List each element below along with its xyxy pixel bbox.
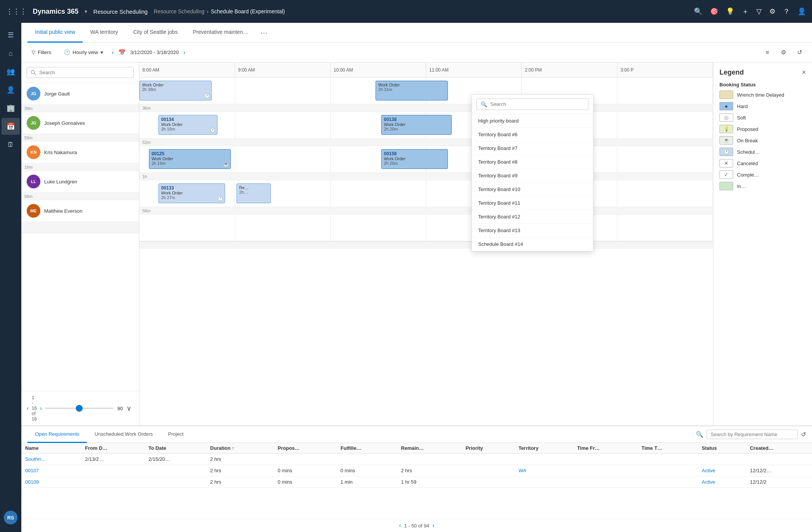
prev-page-button[interactable]: ‹ (399, 522, 401, 529)
work-block[interactable]: 00134 Work Order 2h 16m 🕐 (158, 115, 217, 135)
user-icon[interactable]: 👤 (798, 7, 806, 16)
target-icon[interactable]: 🎯 (710, 7, 718, 16)
chevron-down-icon: ▾ (101, 49, 103, 55)
prev-date-button[interactable]: ‹ (112, 49, 114, 56)
dropdown-item-territory12[interactable]: Territory Board #12 (472, 210, 593, 224)
next-page-button[interactable]: › (432, 522, 434, 529)
legend-close-button[interactable]: × (802, 68, 806, 76)
lightbulb-icon[interactable]: 💡 (726, 7, 734, 16)
resource-prev-page[interactable]: ‹ (27, 405, 29, 412)
tab-bar: Initial public view WA territory City of… (21, 23, 812, 43)
refresh-icon[interactable]: ↺ (801, 431, 806, 438)
bottom-search-input[interactable] (707, 430, 798, 439)
dropdown-item-scheduleboard14[interactable]: Schedule Board #14 (472, 237, 593, 251)
date-range-icon: 📅 (118, 49, 126, 56)
tab-open-requirements[interactable]: Open Requirements (27, 426, 87, 443)
dropdown-item-territory9[interactable]: Territory Board #9 (472, 169, 593, 183)
time-cell (617, 180, 713, 207)
waffle-icon[interactable]: ⋮⋮⋮ (6, 7, 27, 16)
filter-icon[interactable]: ▽ (756, 7, 762, 16)
work-block[interactable]: 00125 Work Order 2h 16m ☕ (149, 149, 231, 169)
req-name-link[interactable]: 00109 (25, 479, 39, 485)
work-block[interactable]: 00138 Work Order 2h 20m (381, 115, 452, 135)
dropdown-item-territory13[interactable]: Territory Board #13 (472, 224, 593, 237)
tab-wa-territory[interactable]: WA territory (83, 23, 126, 43)
logo-chevron[interactable]: ▾ (85, 8, 87, 14)
req-name-link[interactable]: 00107 (25, 468, 39, 473)
app-logo[interactable]: Dynamics 365 (33, 8, 78, 16)
dropdown-item-territory7[interactable]: Territory Board #7 (472, 142, 593, 155)
legend-label-in-progress: In… (737, 183, 746, 189)
sidebar-users-icon[interactable]: 👥 (2, 63, 20, 80)
req-territory-link[interactable]: WA (518, 468, 526, 473)
req-status-link[interactable]: Active (702, 468, 715, 473)
legend-section-title: Booking Status (719, 82, 806, 88)
resource-search-input[interactable] (39, 70, 129, 75)
sidebar-menu-icon[interactable]: ☰ (2, 27, 20, 43)
dropdown-item-territory6[interactable]: Territory Board #6 (472, 128, 593, 142)
search-icon: 🔍 (481, 101, 487, 107)
col-fulfilled: Fulfille… (337, 443, 397, 454)
tab-more-button[interactable]: ⋯ (257, 27, 270, 38)
dropdown-search-box[interactable]: 🔍 (476, 99, 588, 110)
sidebar-calendar2-icon[interactable]: 🗓 (2, 136, 20, 153)
legend-item-soft: ◎ Soft (719, 113, 806, 122)
req-territory (515, 476, 573, 488)
hourly-view-button[interactable]: 🕐 Hourly view ▾ (60, 47, 107, 58)
resource-search-box[interactable] (27, 67, 134, 78)
breadcrumb-current: Schedule Board (Experimental) (211, 8, 285, 14)
tab-unscheduled-work[interactable]: Unscheduled Work Orders (87, 426, 160, 443)
legend-title: Legend (719, 68, 744, 76)
sidebar-home-icon[interactable]: ⌂ (2, 45, 20, 62)
help-icon[interactable]: ？ (783, 7, 790, 16)
settings-button[interactable]: ⚙ (777, 46, 790, 59)
main-content: Initial public view WA territory City of… (21, 23, 812, 532)
bottom-search-icon: 🔍 (696, 431, 703, 438)
list-view-button[interactable]: ≡ (761, 46, 774, 59)
time-gap-row: 16m (21, 163, 139, 171)
tab-seattle-jobs[interactable]: City of Seattle jobs (126, 23, 185, 43)
resource-next-page[interactable]: › (40, 405, 42, 412)
next-date-button[interactable]: › (183, 49, 185, 56)
work-block[interactable]: Re… 2h… (237, 183, 271, 203)
plus-icon[interactable]: ＋ (742, 7, 749, 16)
slider-thumb[interactable] (76, 405, 83, 412)
dropdown-item-territory11[interactable]: Territory Board #11 (472, 196, 593, 210)
schedule-row-kris: 00125 Work Order 2h 16m ☕ 00158 Work Ord… (139, 146, 713, 173)
list-item[interactable]: JG Joseph Gonsalves (21, 112, 139, 134)
work-block[interactable]: Work Order 2h 38m 🕐 (139, 81, 212, 100)
tab-project[interactable]: Project (160, 426, 191, 443)
settings-icon[interactable]: ⚙ (769, 7, 775, 16)
req-name-link[interactable]: Southri… (25, 456, 46, 462)
toolbar-right: ≡ ⚙ ↺ (761, 46, 806, 59)
work-block[interactable]: 00158 Work Order 2h 26m (381, 149, 448, 169)
legend-label-hard: Hard (737, 104, 748, 109)
tab-initial-public[interactable]: Initial public view (27, 23, 83, 43)
req-status-link[interactable]: Active (702, 479, 715, 485)
dropdown-item-territory8[interactable]: Territory Board #8 (472, 155, 593, 169)
refresh-button[interactable]: ↺ (793, 46, 806, 59)
sidebar-group-icon[interactable]: 🏢 (2, 100, 20, 116)
filters-button[interactable]: ▽ Filters (27, 47, 55, 58)
req-from: 2/13/2… (81, 454, 144, 465)
expand-button[interactable]: ∨ (126, 404, 131, 413)
tab-preventative[interactable]: Preventative mainten… (185, 23, 256, 43)
time-header: 8:00 AM 9:00 AM 10:00 AM 11:00 AM 2:00 P… (139, 62, 713, 78)
sidebar-calendar-icon[interactable]: 📅 (2, 118, 20, 135)
avatar: LL (27, 175, 40, 188)
dropdown-item-territory10[interactable]: Territory Board #10 (472, 183, 593, 196)
sidebar-avatar[interactable]: RS (4, 511, 18, 524)
list-item[interactable]: ME Matthew Everson (21, 200, 139, 222)
dropdown-search-input[interactable] (490, 101, 584, 107)
work-block[interactable]: 00133 Work Order 2h 27m 🕐 (158, 183, 225, 203)
sidebar-person-icon[interactable]: 👤 (2, 81, 20, 98)
list-item[interactable]: KN Kris Nakamura (21, 142, 139, 163)
list-item[interactable]: JG Jorge Gault (21, 83, 139, 105)
work-block[interactable]: Work Order 2h 31m (376, 81, 448, 100)
dropdown-item-high-priority[interactable]: High priority board (472, 114, 593, 128)
req-duration: 2 hrs (206, 476, 274, 488)
board-dropdown: 🔍 High priority board Territory Board #6… (472, 94, 593, 252)
search-icon[interactable]: 🔍 (694, 7, 702, 16)
zoom-slider[interactable] (45, 408, 113, 409)
list-item[interactable]: LL Luke Lundgren (21, 171, 139, 193)
